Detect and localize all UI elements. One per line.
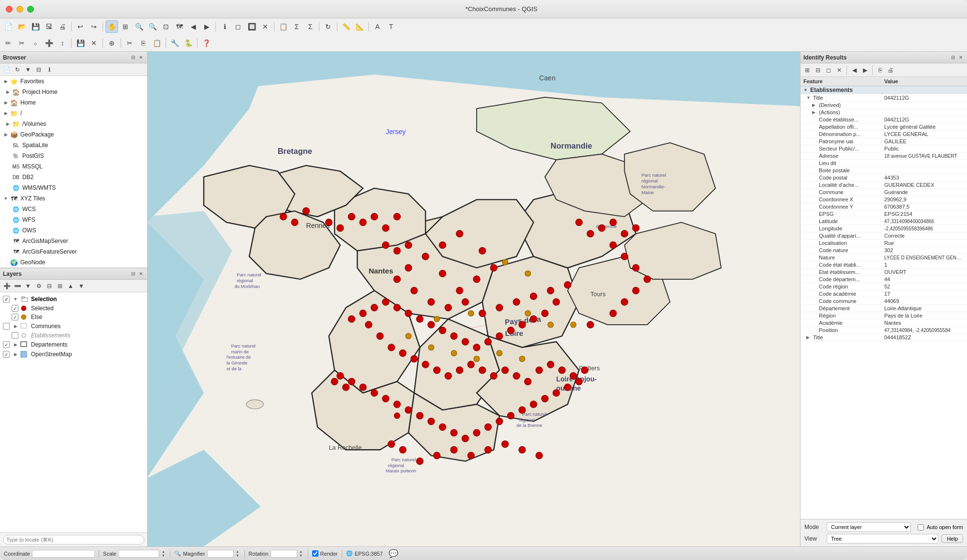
rotation-up-btn[interactable]: ▲ (298, 550, 304, 554)
rotation-down-btn[interactable]: ▼ (298, 554, 304, 558)
zoom-prev-btn[interactable]: ◀ (187, 20, 199, 33)
layer-checkbox-departements[interactable] (3, 341, 10, 348)
layer-checkbox-selection[interactable] (3, 296, 10, 303)
search-input[interactable] (3, 535, 144, 545)
zoom-full-btn[interactable]: ⊞ (119, 20, 132, 33)
scale-input[interactable]: 1:1668459 (118, 550, 159, 558)
browser-item-xyz[interactable]: ▼ 🗺 XYZ Tiles (0, 193, 147, 204)
statistics-btn[interactable]: Σ (290, 20, 303, 33)
text-annot-btn[interactable]: T (385, 20, 397, 33)
maximize-button[interactable] (27, 6, 34, 13)
layer-checkbox-communes[interactable] (3, 323, 10, 330)
map-area[interactable]: Nantes Rennes Caen Tours Poitiers La Roc… (148, 52, 800, 546)
expand-layers-btn[interactable]: ⊞ (55, 281, 65, 291)
browser-item-wfs[interactable]: 🌐 WFS (0, 214, 147, 225)
move-down-btn[interactable]: ▼ (76, 281, 86, 291)
coordinate-input[interactable]: 14664,5883891 (32, 550, 95, 558)
redo-btn[interactable]: ↪ (88, 20, 100, 33)
measure-btn[interactable]: 📏 (340, 20, 352, 33)
browser-close-btn[interactable]: ✕ (137, 54, 144, 61)
layer-selection-group[interactable]: ▼ Selection (0, 294, 147, 304)
browser-item-favorites[interactable]: ▶ ⭐ Favorites (0, 76, 147, 87)
render-checkbox[interactable] (312, 550, 318, 557)
collapse-all-btn[interactable]: ⊟ (34, 65, 44, 75)
scale-down-btn[interactable]: ▼ (160, 554, 166, 558)
layers-float-btn[interactable]: ⊟ (130, 271, 136, 277)
zoom-layer-btn[interactable]: 🗺 (173, 20, 186, 33)
mode-select[interactable]: Current layer Top down All layers (827, 522, 911, 532)
layer-checkbox-selected[interactable] (12, 305, 18, 312)
copy-identify-btn[interactable]: ⎘ (875, 65, 885, 75)
clear-results-btn[interactable]: ✕ (834, 65, 844, 75)
add-resource-btn[interactable]: 📄 (2, 65, 12, 75)
minimize-button[interactable] (16, 6, 23, 13)
layer-etablissements[interactable]: Etablissements (0, 331, 147, 340)
properties-btn[interactable]: ℹ (45, 65, 54, 75)
layer-checkbox-else[interactable] (12, 314, 18, 320)
remove-layer-btn[interactable]: ➖ (13, 281, 22, 291)
zoom-in-btn[interactable]: 🔍 (133, 20, 145, 33)
open-project-btn[interactable]: 📂 (15, 20, 28, 33)
paste-features-btn[interactable]: 📋 (151, 37, 163, 49)
identify-float-btn[interactable]: ⊟ (950, 54, 956, 61)
browser-item-project-home[interactable]: ▶ 🏠 Project Home (0, 87, 147, 97)
identify-row-title-2[interactable]: ▶ Title 04441852Z (801, 334, 967, 341)
layer-communes[interactable]: ▶ Communes (0, 321, 147, 331)
collapse-tree-btn[interactable]: ⊟ (813, 65, 823, 75)
browser-item-home[interactable]: ▶ 🏠 Home (0, 97, 147, 108)
identify-row-actions[interactable]: ▶ (Actions) (801, 109, 967, 116)
select-feature-identify-btn[interactable]: ◻ (824, 65, 833, 75)
magnifier-input[interactable]: 100% (207, 550, 234, 558)
move-up-btn[interactable]: ▲ (66, 281, 76, 291)
browser-item-volumes[interactable]: ▶ 📁 /Volumes (0, 119, 147, 129)
layers-close-btn[interactable]: ✕ (137, 271, 144, 277)
identify-close-btn[interactable]: ✕ (957, 54, 964, 61)
browser-float-btn[interactable]: ⊟ (130, 54, 136, 61)
open-table-btn[interactable]: 📋 (277, 20, 289, 33)
collapse-layers-btn[interactable]: ⊟ (45, 281, 54, 291)
browser-item-postgis[interactable]: 🐘 PostGIS (0, 151, 147, 161)
label-btn[interactable]: A (371, 20, 384, 33)
browser-item-ows[interactable]: 🌐 OWS (0, 225, 147, 236)
add-feature-btn[interactable]: ➕ (43, 37, 55, 49)
node-tool-btn[interactable]: ⬦ (29, 37, 42, 49)
browser-item-wms[interactable]: 🌐 WMS/WMTS (0, 182, 147, 193)
digitize-btn[interactable]: ✏ (2, 37, 15, 49)
save-as-btn[interactable]: 🖫 (43, 20, 55, 33)
identify-row-derived[interactable]: ▶ (Derived) (801, 102, 967, 109)
layer-openstreetmap[interactable]: ▶ OpenStreetMap (0, 349, 147, 359)
layer-checkbox-etablissements[interactable] (12, 332, 18, 339)
discard-btn[interactable]: ✕ (88, 37, 100, 49)
view-select[interactable]: Tree Table (827, 534, 938, 544)
magnifier-down-btn[interactable]: ▼ (235, 554, 241, 558)
cut-features-btn[interactable]: ✂ (123, 37, 136, 49)
zoom-selection-btn[interactable]: ⊡ (160, 20, 172, 33)
save-layer-btn[interactable]: 💾 (74, 37, 87, 49)
layer-selected[interactable]: Selected (0, 304, 147, 313)
field-calc-btn[interactable]: Σ (304, 20, 317, 33)
select-feature-btn[interactable]: ◻ (232, 20, 244, 33)
filter-layer-btn[interactable]: ▼ (23, 281, 33, 291)
browser-item-wcs[interactable]: 🌐 WCS (0, 204, 147, 214)
browser-item-db2[interactable]: DB DB2 (0, 172, 147, 182)
pan-btn[interactable]: ✋ (106, 20, 118, 33)
python-btn[interactable]: 🐍 (182, 37, 195, 49)
filter-browser-btn[interactable]: ▼ (23, 65, 33, 75)
edit-btn[interactable]: ✂ (15, 37, 28, 49)
browser-item-geopackage[interactable]: ▶ 📦 GeoPackage (0, 129, 147, 140)
zoom-next-btn[interactable]: ▶ (200, 20, 213, 33)
plugins-btn[interactable]: 🔧 (168, 37, 181, 49)
rotation-input[interactable]: 0,0 ° (271, 550, 297, 558)
deselect-all-btn[interactable]: ✕ (259, 20, 272, 33)
auto-open-checkbox[interactable] (918, 524, 924, 530)
undo-btn[interactable]: ↩ (74, 20, 87, 33)
expand-tree-btn[interactable]: ⊞ (802, 65, 812, 75)
identify-section-etablissements[interactable]: ▼ Etablissements (801, 86, 967, 94)
save-btn[interactable]: 💾 (29, 20, 42, 33)
layer-checkbox-osm[interactable] (3, 351, 10, 358)
browser-item-arcgismap[interactable]: 🗺 ArcGisMapServer (0, 236, 147, 246)
move-feature-btn[interactable]: ↕ (56, 37, 69, 49)
print-identify-btn[interactable]: 🖨 (886, 65, 895, 75)
add-layer-btn[interactable]: ➕ (2, 281, 12, 291)
refresh-btn[interactable]: ↻ (322, 20, 334, 33)
